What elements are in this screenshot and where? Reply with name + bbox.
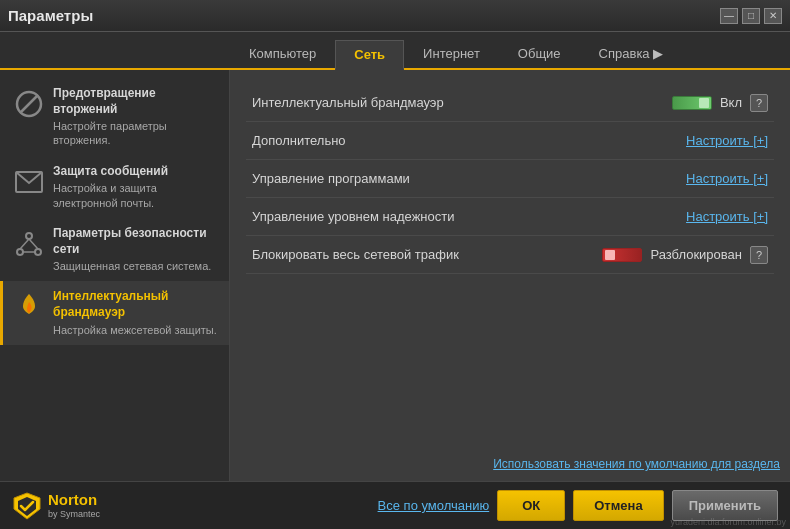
block-traffic-status: Разблокирован <box>650 247 742 262</box>
norton-brand-name: Norton <box>48 491 100 509</box>
window-title: Параметры <box>8 7 93 24</box>
tab-network[interactable]: Сеть <box>335 40 404 70</box>
program-management-label: Управление программами <box>252 171 410 186</box>
additional-label: Дополнительно <box>252 133 346 148</box>
sidebar-item-intrusion-prevention-title: Предотвращение вторжений <box>53 86 219 117</box>
watermark: yuradeni.dla.forum.onliner.by <box>670 517 786 527</box>
title-bar: Параметры — □ ✕ <box>0 0 790 32</box>
sidebar-item-firewall-desc: Настройка межсетевой защиты. <box>53 323 219 337</box>
block-traffic-help-button[interactable]: ? <box>750 246 768 264</box>
sidebar-item-message-protection-title: Защита сообщений <box>53 164 219 180</box>
row-trust-level: Управление уровнем надежности Настроить … <box>246 198 774 236</box>
smart-firewall-toggle[interactable] <box>672 96 712 110</box>
svg-line-6 <box>20 239 29 249</box>
sidebar-item-intrusion-prevention-desc: Настройте параметры вторжения. <box>53 119 219 148</box>
default-link[interactable]: Использовать значения по умолчанию для р… <box>493 457 780 471</box>
envelope-icon <box>13 166 45 198</box>
tab-general[interactable]: Общие <box>499 38 580 68</box>
close-button[interactable]: ✕ <box>764 8 782 24</box>
sidebar-item-network-security-desc: Защищенная сетевая система. <box>53 259 219 273</box>
svg-line-1 <box>20 95 38 113</box>
program-management-configure-link[interactable]: Настроить [+] <box>686 171 768 186</box>
row-program-management: Управление программами Настроить [+] <box>246 160 774 198</box>
smart-firewall-help-button[interactable]: ? <box>750 94 768 112</box>
block-traffic-label: Блокировать весь сетевой трафик <box>252 247 459 262</box>
norton-shield-icon <box>12 491 42 521</box>
program-management-control: Настроить [+] <box>686 171 768 186</box>
tab-navigation: Компьютер Сеть Интернет Общие Справка ▶ <box>0 32 790 70</box>
additional-control: Настроить [+] <box>686 133 768 148</box>
sidebar-item-network-security-title: Параметры безопасности сети <box>53 226 219 257</box>
sidebar: Предотвращение вторжений Настройте парам… <box>0 70 230 481</box>
tab-internet[interactable]: Интернет <box>404 38 499 68</box>
ok-button[interactable]: ОК <box>497 490 565 521</box>
tab-help[interactable]: Справка ▶ <box>580 38 683 68</box>
svg-point-4 <box>17 249 23 255</box>
network-icon <box>13 228 45 260</box>
row-smart-firewall: Интеллектуальный брандмауэр Вкл ? <box>246 84 774 122</box>
maximize-button[interactable]: □ <box>742 8 760 24</box>
trust-level-control: Настроить [+] <box>686 209 768 224</box>
sidebar-item-network-security[interactable]: Параметры безопасности сети Защищенная с… <box>0 218 229 281</box>
sidebar-item-message-protection-desc: Настройка и защита электронной почты. <box>53 181 219 210</box>
smart-firewall-label: Интеллектуальный брандмауэр <box>252 95 444 110</box>
footer: Norton by Symantec Все по умолчанию ОК О… <box>0 481 790 529</box>
sidebar-item-firewall-title: Интеллектуальный брандмауэр <box>53 289 219 320</box>
svg-point-3 <box>26 233 32 239</box>
content-area: Интеллектуальный брандмауэр Вкл ? Дополн… <box>230 70 790 481</box>
tab-computer[interactable]: Компьютер <box>230 38 335 68</box>
minimize-button[interactable]: — <box>720 8 738 24</box>
window-controls: — □ ✕ <box>720 8 782 24</box>
smart-firewall-status: Вкл <box>720 95 742 110</box>
sidebar-item-firewall[interactable]: Интеллектуальный брандмауэр Настройка ме… <box>0 281 229 344</box>
block-traffic-control: Разблокирован ? <box>602 246 768 264</box>
norton-logo: Norton by Symantec <box>12 491 100 521</box>
sidebar-item-message-protection[interactable]: Защита сообщений Настройка и защита элек… <box>0 156 229 218</box>
ban-icon <box>13 88 45 120</box>
additional-configure-link[interactable]: Настроить [+] <box>686 133 768 148</box>
main-layout: Предотвращение вторжений Настройте парам… <box>0 70 790 481</box>
svg-line-7 <box>29 239 38 249</box>
all-defaults-button[interactable]: Все по умолчанию <box>378 498 490 513</box>
row-additional: Дополнительно Настроить [+] <box>246 122 774 160</box>
block-traffic-toggle[interactable] <box>602 248 642 262</box>
row-block-traffic: Блокировать весь сетевой трафик Разблоки… <box>246 236 774 274</box>
svg-point-5 <box>35 249 41 255</box>
norton-sub-text: by Symantec <box>48 509 100 520</box>
default-link-area: Использовать значения по умолчанию для р… <box>493 456 780 471</box>
fire-icon <box>13 291 45 323</box>
sidebar-item-intrusion-prevention[interactable]: Предотвращение вторжений Настройте парам… <box>0 78 229 156</box>
cancel-button[interactable]: Отмена <box>573 490 663 521</box>
trust-level-label: Управление уровнем надежности <box>252 209 454 224</box>
smart-firewall-control: Вкл ? <box>672 94 768 112</box>
trust-level-configure-link[interactable]: Настроить [+] <box>686 209 768 224</box>
